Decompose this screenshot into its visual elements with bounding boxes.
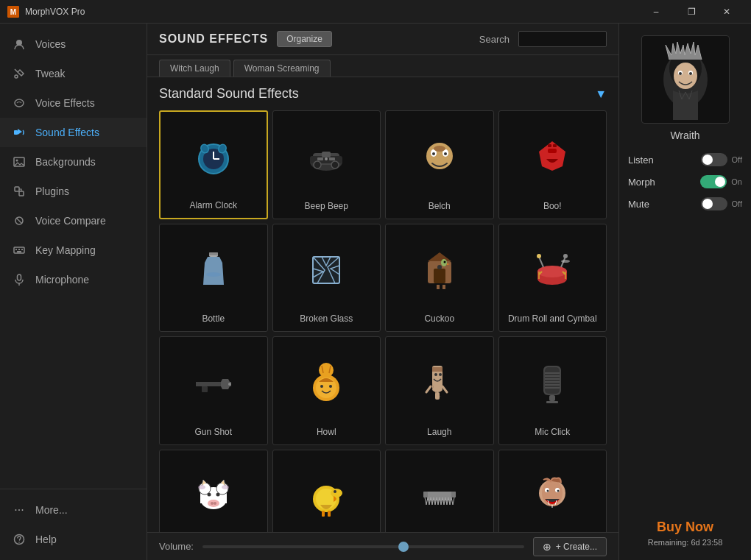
mute-toggle-thumb (702, 199, 713, 209)
svg-rect-76 (432, 367, 443, 372)
create-plus-icon: ⊕ (543, 541, 551, 553)
sfx-label-bottle: Bottle (202, 313, 225, 325)
sidebar-item-tweak[interactable]: Tweak (0, 59, 147, 88)
organize-button[interactable]: Organize (277, 31, 332, 47)
sfx-item-broken-glass[interactable]: Broken Glass (272, 224, 381, 333)
svg-point-99 (211, 502, 214, 505)
svg-point-101 (207, 493, 211, 497)
sfx-grid: Alarm Clock (159, 110, 607, 532)
voices-icon (12, 37, 27, 52)
sidebar-item-voices[interactable]: Voices (0, 29, 147, 59)
sfx-item-drum-roll[interactable]: Drum Roll and Cymbal (498, 224, 607, 333)
svg-point-108 (334, 490, 336, 493)
mute-label: Mute (628, 199, 649, 210)
sfx-icon-laugh (389, 343, 490, 424)
sfx-label-mic-click: Mic Click (535, 427, 570, 439)
svg-point-136 (689, 72, 692, 75)
svg-point-74 (329, 385, 332, 388)
svg-point-104 (222, 485, 229, 489)
sfx-item-alarm-clock[interactable]: Alarm Clock (159, 110, 268, 219)
svg-point-35 (325, 157, 328, 160)
sidebar-item-key-mapping[interactable]: Key Mapping (0, 235, 147, 265)
listen-state: Off (732, 155, 742, 164)
sfx-icon-mic-click (502, 343, 604, 424)
sidebar-item-microphone[interactable]: Microphone (0, 265, 147, 294)
volume-slider[interactable] (202, 545, 524, 548)
buy-now-button[interactable]: Buy Now (648, 520, 723, 535)
sfx-label-laugh: Laugh (427, 427, 451, 439)
sfx-icon-saw (389, 456, 490, 533)
window-controls: – ❐ ✕ (639, 0, 744, 24)
create-label: + Create... (556, 542, 597, 552)
minimize-button[interactable]: – (639, 0, 673, 24)
sidebar-item-backgrounds[interactable]: Backgrounds (0, 147, 147, 177)
sfx-label-broken-glass: Broken Glass (300, 313, 353, 325)
sfx-item-laugh[interactable]: Laugh (385, 336, 494, 445)
svg-point-81 (434, 373, 437, 376)
sfx-icon-alarm-clock (163, 118, 264, 197)
sfx-item-beep-beep[interactable]: Beep Beep (272, 110, 381, 219)
sidebar-item-label: Sound Effects (35, 127, 99, 138)
sidebar-item-label: Help (35, 534, 57, 545)
avatar-image (645, 39, 726, 120)
titlebar: M MorphVOX Pro – ❐ ✕ (0, 0, 751, 24)
sfx-item-quack[interactable]: Quack (272, 450, 381, 533)
sfx-item-bottle[interactable]: Bottle (159, 224, 268, 333)
svg-rect-91 (549, 395, 555, 401)
sfx-icon-gun-shot (163, 343, 264, 424)
svg-rect-15 (21, 249, 23, 250)
svg-line-80 (443, 386, 447, 392)
tweak-icon (12, 66, 27, 81)
sidebar-item-more[interactable]: ··· More... (0, 495, 147, 525)
sfx-label-drum-roll: Drum Roll and Cymbal (508, 313, 597, 325)
sfx-area[interactable]: Standard Sound Effects ▼ (147, 77, 618, 532)
sfx-label-boo: Boo! (543, 201, 562, 213)
tab-woman-screaming[interactable]: Woman Screaming (233, 60, 331, 77)
morph-control: Morph On (628, 175, 742, 188)
app-icon: M (7, 6, 19, 18)
svg-rect-109 (322, 511, 325, 517)
sfx-item-moo[interactable]: Moo (159, 450, 268, 533)
sfx-item-boo[interactable]: Boo! (498, 110, 607, 219)
morph-toggle[interactable] (700, 175, 727, 188)
close-button[interactable]: ✕ (710, 0, 744, 24)
morph-state: On (731, 177, 742, 186)
section-title: SOUND EFFECTS (159, 32, 268, 46)
svg-rect-112 (423, 492, 428, 497)
svg-point-41 (434, 146, 445, 152)
svg-point-72 (319, 363, 334, 378)
svg-point-3 (15, 75, 18, 78)
sfx-item-belch[interactable]: Belch (385, 110, 494, 219)
sidebar-item-voice-compare[interactable]: Voice Compare (0, 206, 147, 235)
sfx-item-cuckoo[interactable]: Cuckoo (385, 224, 494, 333)
sidebar-item-help[interactable]: Help (0, 525, 147, 554)
sfx-item-saw[interactable]: Saw (385, 450, 494, 533)
section-collapse-icon[interactable]: ▼ (595, 88, 607, 101)
sfx-item-mic-click[interactable]: Mic Click (498, 336, 607, 445)
create-button[interactable]: ⊕ + Create... (533, 537, 607, 556)
sfx-item-howl[interactable]: Howl (272, 336, 381, 445)
search-input[interactable] (518, 31, 607, 47)
svg-rect-32 (322, 152, 331, 157)
sfx-item-gun-shot[interactable]: Gun Shot (159, 336, 268, 445)
svg-point-7 (16, 160, 18, 162)
svg-rect-46 (209, 252, 218, 255)
sfx-item-scream[interactable]: Scream (498, 450, 607, 533)
sfx-icon-moo (163, 456, 264, 533)
svg-rect-49 (313, 257, 339, 283)
sidebar-item-voice-effects[interactable]: Voice Effects (0, 88, 147, 118)
listen-toggle[interactable] (701, 153, 727, 166)
sidebar-item-plugins[interactable]: Plugins (0, 177, 147, 206)
svg-point-4 (15, 99, 24, 107)
sfx-icon-bottle (163, 230, 264, 311)
svg-point-67 (561, 260, 570, 263)
morph-label: Morph (628, 177, 655, 188)
content-header: SOUND EFFECTS Organize Search (147, 24, 618, 55)
sidebar-item-sound-effects[interactable]: Sound Effects (0, 118, 147, 147)
tab-witch-laugh[interactable]: Witch Laugh (159, 60, 230, 77)
mute-toggle[interactable] (701, 197, 727, 210)
listen-toggle-thumb (702, 155, 713, 165)
maximize-button[interactable]: ❐ (674, 0, 708, 24)
mute-control: Mute Off (628, 197, 742, 210)
listen-label: Listen (628, 155, 654, 166)
